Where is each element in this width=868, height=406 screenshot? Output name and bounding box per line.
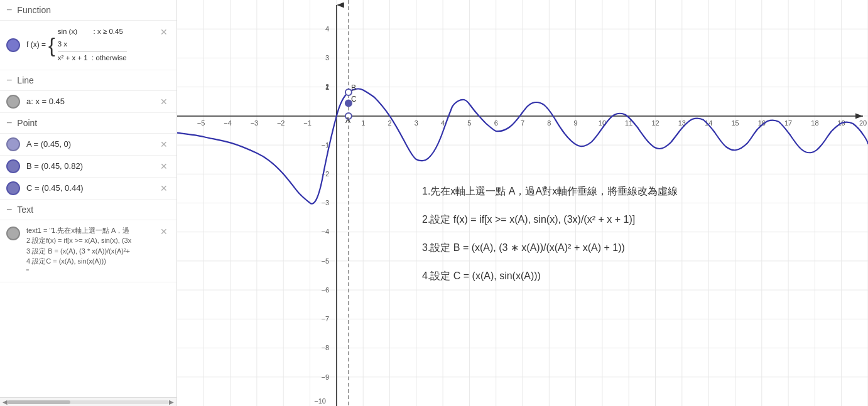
- function-section-header[interactable]: − Function: [0, 0, 176, 21]
- function-item: f (x) = { sin (x) : x ≥ 0.45 3 x x² + x …: [0, 21, 176, 70]
- point-section-header[interactable]: − Point: [0, 113, 176, 134]
- point-B-label: B = (0.45, 0.82): [26, 161, 158, 171]
- point-B-color-dot: [6, 159, 20, 173]
- svg-text:6: 6: [494, 119, 498, 127]
- svg-text:−4: −4: [321, 228, 329, 235]
- svg-text:12: 12: [651, 119, 659, 127]
- function-close-button[interactable]: ✕: [158, 26, 170, 38]
- text-item-1: text1 = "1.先在x軸上選一點 A，過2.設定f(x) = if[x >…: [0, 220, 176, 283]
- instruction-line4: 4.設定 C = (x(A), sin(x(A))): [422, 270, 541, 281]
- svg-text:18: 18: [811, 119, 818, 127]
- svg-text:−5: −5: [197, 119, 205, 127]
- svg-text:−4: −4: [224, 119, 232, 127]
- scroll-right-arrow[interactable]: ▶: [169, 398, 174, 405]
- function-expression: f (x) = { sin (x) : x ≥ 0.45 3 x x² + x …: [26, 26, 158, 65]
- graph-svg: // We'll define a coordinate transform /…: [177, 0, 868, 406]
- svg-text:5: 5: [467, 119, 471, 127]
- function-color-dot: [6, 38, 20, 52]
- line-a-close-button[interactable]: ✕: [158, 95, 170, 108]
- point-C-close-button[interactable]: ✕: [158, 182, 170, 195]
- scroll-left-arrow[interactable]: ◀: [3, 398, 8, 405]
- svg-text:8: 8: [547, 119, 551, 127]
- line-a-label: a: x = 0.45: [26, 97, 158, 106]
- svg-text:−3: −3: [251, 119, 259, 127]
- svg-text:−6: −6: [321, 286, 329, 294]
- point-B-close-button[interactable]: ✕: [158, 160, 170, 173]
- svg-text:−1: −1: [321, 141, 329, 149]
- svg-text:4: 4: [325, 25, 329, 33]
- graph-panel[interactable]: // We'll define a coordinate transform /…: [177, 0, 868, 406]
- svg-text:17: 17: [784, 119, 792, 127]
- function-collapse-icon: −: [6, 5, 12, 15]
- svg-text:−1: −1: [303, 119, 312, 127]
- svg-text:B: B: [351, 83, 356, 92]
- instruction-line2: 2.設定 f(x) = if[x >= x(A), sin(x), (3x)/(…: [422, 214, 635, 225]
- text-section-header[interactable]: − Text: [0, 200, 176, 220]
- text1-content: text1 = "1.先在x軸上選一點 A，過2.設定f(x) = if[x >…: [26, 225, 158, 277]
- svg-text:7: 7: [521, 119, 524, 127]
- scrollbar-track[interactable]: [8, 400, 169, 404]
- point-A-close-button[interactable]: ✕: [158, 138, 170, 151]
- line-section-header[interactable]: − Line: [0, 70, 176, 91]
- point-section-label: Point: [17, 118, 37, 128]
- point-item-A: A = (0.45, 0) ✕: [0, 134, 176, 156]
- line-collapse-icon: −: [6, 75, 12, 85]
- svg-text:−8: −8: [321, 344, 329, 351]
- svg-text:−2: −2: [277, 119, 285, 127]
- point-item-C: C = (0.45, 0.44) ✕: [0, 178, 176, 200]
- line-a-color-dot: [6, 95, 20, 109]
- text-section-label: Text: [17, 205, 33, 215]
- text1-color-dot: [6, 227, 20, 240]
- function-section-label: Function: [17, 5, 51, 15]
- svg-text:9: 9: [574, 119, 578, 127]
- instruction-line3: 3.設定 B = (x(A), (3 ∗ x(A))/(x(A)² + x(A)…: [422, 242, 625, 253]
- point-A-color-dot: [6, 137, 20, 151]
- point-A-label: A = (0.45, 0): [26, 139, 158, 149]
- svg-text:3: 3: [415, 119, 418, 127]
- point-C-label: C = (0.45, 0.44): [26, 183, 158, 193]
- svg-text:2: 2: [388, 119, 391, 127]
- svg-text:−9: −9: [321, 373, 329, 381]
- point-C-color-dot: [6, 181, 20, 195]
- point-collapse-icon: −: [6, 118, 12, 128]
- line-item-a: a: x = 0.45 ✕: [0, 91, 176, 113]
- svg-text:−5: −5: [321, 257, 329, 265]
- line-section-label: Line: [17, 75, 33, 85]
- svg-text:1: 1: [325, 83, 329, 91]
- piecewise-cases: sin (x) : x ≥ 0.45 3 x x² + x + 1 : othe…: [58, 26, 127, 65]
- point-item-B: B = (0.45, 0.82) ✕: [0, 156, 176, 178]
- svg-text:20: 20: [859, 119, 867, 127]
- svg-text:−10: −10: [314, 397, 326, 405]
- brace-icon: {: [48, 35, 55, 55]
- scrollbar-container: ◀ ▶: [0, 397, 176, 406]
- svg-text:1: 1: [361, 119, 365, 127]
- svg-text:−7: −7: [321, 315, 329, 323]
- instruction-line1: 1.先在x軸上選一點 A，過A對x軸作垂線，將垂線改為虛線: [422, 186, 678, 196]
- text1-close-button[interactable]: ✕: [158, 225, 170, 238]
- svg-text:A: A: [345, 116, 350, 125]
- scrollbar-thumb[interactable]: [8, 400, 70, 404]
- svg-text:C: C: [351, 95, 357, 104]
- svg-text:4: 4: [441, 119, 445, 127]
- svg-text:3: 3: [325, 54, 329, 61]
- svg-text:−3: −3: [321, 199, 329, 206]
- left-panel: − Function f (x) = { sin (x) : x ≥ 0.45 …: [0, 0, 177, 406]
- text-collapse-icon: −: [6, 205, 12, 215]
- svg-text:15: 15: [731, 119, 739, 127]
